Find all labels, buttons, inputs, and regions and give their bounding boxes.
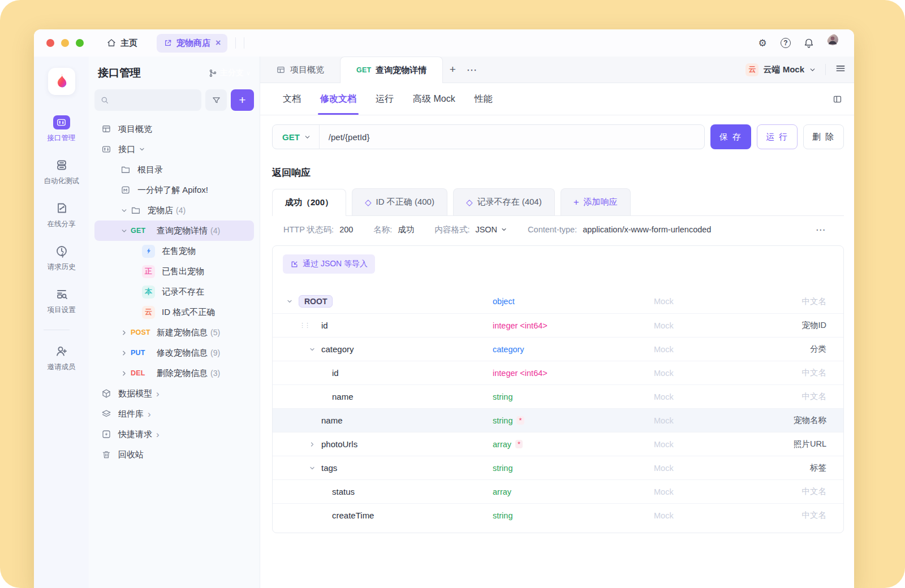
- schema-row[interactable]: statusarrayMock中文名: [273, 479, 843, 503]
- tree-item[interactable]: 快捷请求›: [94, 424, 254, 444]
- subtab-advanced-mock[interactable]: 高级 Mock: [413, 83, 455, 115]
- field-type[interactable]: array: [493, 487, 654, 496]
- chevron-down-icon[interactable]: [139, 146, 145, 153]
- apifox-logo[interactable]: [48, 68, 75, 95]
- tree-item[interactable]: 组件库›: [94, 404, 254, 424]
- tree-item[interactable]: 在售宠物: [94, 241, 254, 261]
- subtab-doc[interactable]: 文档: [283, 83, 301, 115]
- field-mock-placeholder[interactable]: Mock: [654, 440, 794, 449]
- field-title[interactable]: 中文名: [802, 296, 827, 307]
- field-name[interactable]: name: [332, 392, 354, 401]
- field-title[interactable]: 照片URL: [794, 439, 826, 449]
- response-tab-success-200[interactable]: 成功（200）: [272, 189, 346, 216]
- minimize-window-button[interactable]: [61, 39, 69, 47]
- branch-selector[interactable]: 主分支 ∨: [208, 68, 251, 78]
- field-mock-placeholder[interactable]: Mock: [654, 345, 810, 354]
- field-mock-placeholder[interactable]: Mock: [654, 511, 802, 520]
- user-avatar[interactable]: [827, 34, 845, 52]
- field-type[interactable]: integer <int64>: [493, 369, 654, 378]
- tree-item[interactable]: 项目概览: [94, 119, 254, 139]
- field-mock-placeholder[interactable]: Mock: [654, 487, 802, 496]
- search-input[interactable]: [113, 96, 196, 105]
- root-badge[interactable]: ROOT: [299, 295, 333, 308]
- field-name[interactable]: name: [321, 416, 343, 425]
- tree-item[interactable]: 一分钟了解 Apifox!: [94, 180, 254, 200]
- request-url-input[interactable]: [320, 132, 704, 142]
- chevron-right-icon[interactable]: [120, 329, 131, 336]
- field-mock-placeholder[interactable]: Mock: [654, 416, 794, 425]
- rail-item-auto-test[interactable]: 自动化测试: [44, 158, 79, 186]
- settings-gear-icon[interactable]: ⚙: [757, 37, 768, 49]
- field-type[interactable]: category: [493, 345, 654, 354]
- field-name[interactable]: createTime: [332, 511, 374, 520]
- env-selector[interactable]: 云 云端 Mock: [745, 57, 854, 83]
- field-name[interactable]: id: [332, 368, 339, 378]
- schema-row[interactable]: ⋮⋮idinteger <int64>Mock宠物ID: [273, 313, 843, 337]
- run-button[interactable]: 运 行: [757, 124, 798, 149]
- field-title[interactable]: 标签: [810, 462, 826, 473]
- chevron-down-icon[interactable]: [309, 465, 321, 472]
- field-title[interactable]: 中文名: [802, 391, 827, 402]
- field-mock-placeholder[interactable]: Mock: [654, 464, 810, 473]
- tree-item[interactable]: POST新建宠物信息(5): [94, 322, 254, 343]
- tree-item[interactable]: 宠物店(4): [94, 200, 254, 220]
- tree-item[interactable]: 云ID 格式不正确: [94, 302, 254, 322]
- field-type[interactable]: string*: [493, 416, 654, 425]
- tab-project-overview[interactable]: 项目概览: [260, 57, 340, 83]
- rail-item-invite-member[interactable]: 邀请成员: [44, 344, 79, 372]
- schema-row[interactable]: namestring*Mock宠物名称: [273, 408, 843, 432]
- add-api-button[interactable]: +: [231, 89, 254, 111]
- field-title[interactable]: 分类: [810, 344, 826, 354]
- schema-row[interactable]: categorycategoryMock分类: [273, 337, 843, 361]
- close-window-button[interactable]: [46, 39, 54, 47]
- field-type[interactable]: object: [493, 297, 654, 306]
- field-type[interactable]: array*: [493, 440, 654, 449]
- subtab-edit-doc[interactable]: 修改文档: [320, 83, 356, 115]
- schema-row[interactable]: createTimestringMock中文名: [273, 503, 843, 527]
- field-name[interactable]: photoUrls: [321, 439, 357, 449]
- field-name[interactable]: tags: [321, 463, 337, 473]
- schema-row[interactable]: tagsstringMock标签: [273, 456, 843, 479]
- schema-row[interactable]: photoUrlsarray*Mock照片URL: [273, 432, 843, 456]
- home-tab[interactable]: 主页: [106, 38, 137, 49]
- panel-toggle-icon[interactable]: [832, 94, 843, 105]
- field-title[interactable]: 中文名: [802, 368, 827, 378]
- status-code-value[interactable]: 200: [339, 225, 353, 234]
- chevron-right-icon[interactable]: ›: [156, 430, 160, 439]
- tree-item[interactable]: 接口: [94, 139, 254, 159]
- chevron-right-icon[interactable]: [120, 370, 131, 377]
- chevron-down-icon[interactable]: [120, 227, 131, 235]
- schema-row[interactable]: namestringMock中文名: [273, 384, 843, 408]
- subtab-run[interactable]: 运行: [376, 83, 394, 115]
- add-response-tab-button[interactable]: + 添加响应: [561, 188, 631, 215]
- import-json-button[interactable]: 通过 JSON 等导入: [283, 254, 375, 274]
- notifications-bell-icon[interactable]: [803, 37, 815, 49]
- help-icon[interactable]: ?: [781, 38, 791, 48]
- field-title[interactable]: 中文名: [802, 486, 827, 497]
- tree-item[interactable]: GET查询宠物详情(4): [94, 220, 254, 241]
- tree-item[interactable]: PUT修改宠物信息(9): [94, 343, 254, 363]
- field-type[interactable]: string: [493, 392, 654, 401]
- rail-item-online-share[interactable]: 在线分享: [44, 201, 79, 229]
- chevron-right-icon[interactable]: ›: [156, 389, 160, 399]
- rail-item-api-management[interactable]: 接口管理: [44, 115, 79, 143]
- save-button[interactable]: 保 存: [710, 124, 751, 149]
- chevron-right-icon[interactable]: ›: [148, 409, 151, 419]
- meta-more-button[interactable]: ⋯: [816, 224, 833, 236]
- subtab-performance[interactable]: 性能: [475, 83, 493, 115]
- field-type[interactable]: integer <int64>: [493, 321, 654, 330]
- response-tab-404[interactable]: ◇ 记录不存在 (404): [453, 188, 555, 215]
- chevron-down-icon[interactable]: [309, 346, 321, 353]
- chevron-down-icon[interactable]: [286, 298, 299, 305]
- method-select[interactable]: GET: [273, 132, 319, 142]
- filter-button[interactable]: [205, 89, 227, 111]
- menu-hamburger-icon[interactable]: [835, 63, 846, 76]
- field-type[interactable]: string: [493, 511, 654, 520]
- chevron-down-icon[interactable]: [120, 207, 131, 214]
- field-mock-placeholder[interactable]: Mock: [654, 321, 802, 330]
- response-tab-400[interactable]: ◇ ID 不正确 (400): [352, 188, 447, 215]
- tree-item[interactable]: 回收站: [94, 444, 254, 465]
- field-title[interactable]: 宠物ID: [802, 320, 827, 331]
- chevron-down-icon[interactable]: [501, 226, 507, 233]
- rail-item-project-settings[interactable]: 项目设置: [44, 287, 79, 315]
